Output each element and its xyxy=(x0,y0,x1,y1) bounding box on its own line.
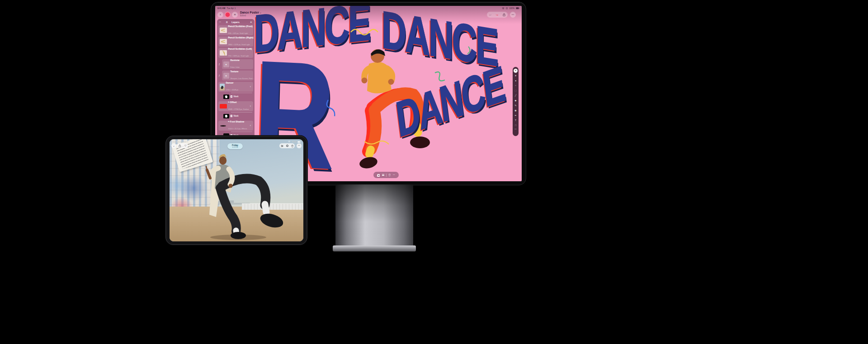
layer-meta: 770 × 1695 px, Vivid Light xyxy=(228,55,249,57)
app-icon[interactable] xyxy=(225,12,231,18)
adjust-sliders-icon[interactable] xyxy=(281,145,283,147)
wifi-icon xyxy=(288,141,290,142)
photo-dancer xyxy=(170,139,303,241)
mask-row[interactable]: Mask xyxy=(218,113,253,119)
ipad-toolbar: ‹ ♡ Friday 6:23 PM i ••• xyxy=(170,143,303,150)
ipad-status-time: 9:41 AM xyxy=(172,141,179,143)
tool-pencil[interactable]: ✎ xyxy=(513,103,518,108)
share-icon[interactable] xyxy=(179,144,181,147)
layers-panel-title: Layers xyxy=(231,21,239,24)
scene: DANCE DANCE R DANCE xyxy=(0,0,868,344)
layer-meta: 1864 × 1178 px, Vivid Light xyxy=(228,43,250,46)
layer-meta: 836 × 409 px, Vivid Light xyxy=(228,32,248,34)
redo-icon[interactable]: ↪ xyxy=(496,14,498,16)
canvas-more-icon[interactable]: ••• xyxy=(393,174,395,176)
layer-thumbnail xyxy=(220,50,227,56)
ipad: 9:41 AM Tue Apr 1 100% ‹ ♡ Friday xyxy=(165,136,307,245)
document-title[interactable]: Dance Poster ∨ xyxy=(240,11,261,14)
layer-row[interactable]: ⧉Foot Shadow 154.6 × 25.3 px, Effects ∨ xyxy=(218,121,253,131)
wifi-icon xyxy=(502,7,505,9)
display-status-bar: 9:41 AM Tue Apr 1 100% xyxy=(217,7,519,10)
effects-badge: ƒ xyxy=(219,63,220,66)
layer-row[interactable]: ƒ ✦ Texture Sharpen, Line Screen, Post… xyxy=(218,71,253,80)
tool-move[interactable]: ➤ xyxy=(514,69,518,73)
mask-icon xyxy=(231,115,233,117)
layer-thumbnail: ✦ xyxy=(223,73,229,79)
layer-row[interactable]: Dancer 2741 × 4108 px ∨ xyxy=(218,82,253,92)
mask-icon xyxy=(231,95,233,98)
ipad-battery-percent: 100% xyxy=(292,141,296,143)
group-icon: ⧉ xyxy=(228,101,230,104)
effects-badge: ƒ xyxy=(219,74,220,77)
tool-text[interactable]: T xyxy=(513,118,518,123)
arrange-icon[interactable] xyxy=(382,174,384,176)
mask-label: Mask xyxy=(234,115,239,117)
tool-marquee[interactable]: ▢ xyxy=(513,88,518,93)
info-icon[interactable]: i xyxy=(286,145,289,147)
edit-actions-pill: i xyxy=(279,143,295,148)
toolbar-divider xyxy=(386,174,387,177)
share-icon[interactable] xyxy=(503,13,505,17)
tool-brush[interactable]: ╱ xyxy=(513,93,518,98)
layer-thumbnail: ✦ xyxy=(223,61,229,67)
layer-thumbnail xyxy=(220,124,227,127)
mask-row[interactable]: Mask xyxy=(218,93,253,100)
tools-more-icon[interactable]: ••• xyxy=(514,128,516,130)
layer-name: Pencil Scribbles (Right) xyxy=(228,36,254,39)
back-button[interactable]: ‹ xyxy=(217,12,223,18)
ipad-more-button[interactable]: ••• xyxy=(297,143,302,148)
add-button[interactable]: + xyxy=(232,12,238,18)
tool-color[interactable]: ◉ xyxy=(513,108,518,113)
layer-name: Pencil Scribbles (Foot) xyxy=(228,25,253,28)
group-icon: ⧉ xyxy=(228,120,230,123)
layer-name: Offset xyxy=(230,101,236,104)
layer-row[interactable]: ƒ ✦ Duotone False Color xyxy=(218,59,253,69)
panel-view-icon[interactable]: ≣ xyxy=(226,21,228,24)
mask-thumbnail xyxy=(223,94,229,99)
ipad-status-date: Tue Apr 1 xyxy=(180,141,188,143)
favorite-heart-icon[interactable]: ♡ xyxy=(184,145,187,147)
display-stand xyxy=(335,184,413,246)
badge-time: 6:23 PM xyxy=(232,146,238,148)
layer-name: Duotone xyxy=(231,59,240,62)
battery-icon xyxy=(297,141,301,143)
mask-thumbnail xyxy=(223,114,229,118)
date-badge[interactable]: Friday 6:23 PM xyxy=(227,143,243,149)
tool-crop[interactable]: ⊡ xyxy=(513,123,518,128)
panel-menu-icon[interactable]: ••• xyxy=(219,21,222,23)
display-status-date: Tue Apr 1 xyxy=(226,7,236,9)
layer-meta: Sharpen, Line Screen, Post… xyxy=(231,77,255,80)
tool-arrange[interactable]: ➤ xyxy=(513,73,518,78)
trash-icon[interactable] xyxy=(388,174,391,176)
layer-meta: 154.6 × 25.3 px, Effects xyxy=(228,127,247,130)
title-chevron-icon: ∨ xyxy=(260,12,261,14)
share-favorite-pill: ♡ xyxy=(177,143,188,148)
tool-palette: ➤ ➤ ● ✦ ▢ ╱ ◆ ✎ ◉ ✒ T ⊡ ••• xyxy=(513,67,519,136)
display-battery-percent: 100% xyxy=(509,7,514,9)
close-icon[interactable]: ✕ xyxy=(250,21,252,24)
chevron-down-icon[interactable]: ∨ xyxy=(250,105,251,107)
tool-pen[interactable]: ✒ xyxy=(513,113,518,118)
tool-retouch[interactable]: ● xyxy=(513,78,518,83)
undo-icon[interactable]: ↩ xyxy=(489,14,491,16)
battery-icon xyxy=(516,7,519,9)
more-button[interactable]: ••• xyxy=(510,12,516,18)
trash-icon[interactable] xyxy=(291,145,293,147)
layer-row[interactable]: ⧉Offset 4308 × 2736.8 px, Darken ∨ xyxy=(218,101,253,111)
layer-thumbnail xyxy=(220,104,227,108)
layer-name: Foot Shadow xyxy=(230,120,244,123)
ipad-back-button[interactable]: ‹ xyxy=(171,143,176,148)
duplicate-icon[interactable] xyxy=(377,174,380,176)
layer-row[interactable]: Pencil Scribbles (Right) 1864 × 1178 px,… xyxy=(218,37,253,47)
display-app-toolbar: ‹ + Dance Poster ∨ Edited ↩ ↪ ••• xyxy=(217,11,519,19)
layer-meta: 2741 × 4108 px xyxy=(226,89,239,91)
layer-row[interactable]: Pencil Scribbles (Left) 770 × 1695 px, V… xyxy=(218,48,253,58)
layer-row[interactable]: Pencil Scribbles (Foot) 836 × 409 px, Vi… xyxy=(218,25,253,35)
chevron-down-icon[interactable]: ∨ xyxy=(250,85,251,88)
ipad-status-bar: 9:41 AM Tue Apr 1 100% xyxy=(172,141,301,143)
tool-eraser[interactable]: ◆ xyxy=(513,98,518,103)
layer-meta: 4308 × 2736.8 px, Darken xyxy=(228,108,249,110)
layer-name: Dancer xyxy=(226,81,234,85)
chevron-down-icon[interactable]: ∨ xyxy=(250,124,251,127)
tool-shapes[interactable]: ✦ xyxy=(513,83,518,88)
